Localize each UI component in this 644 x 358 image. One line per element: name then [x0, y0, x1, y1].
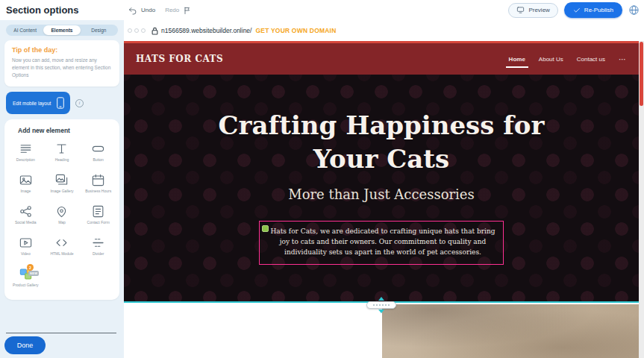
button-icon [91, 141, 106, 156]
divider-icon [91, 235, 106, 250]
mobile-layout-row: Edit mobile layout i [6, 92, 124, 114]
section-resize-handle[interactable] [366, 297, 397, 316]
add-element-map[interactable]: Map [44, 204, 81, 228]
social-media-icon [18, 204, 33, 219]
nav-more-icon[interactable]: ⋯ [619, 55, 627, 63]
website-canvas: HATS FOR CATS Home About Us Contact us ⋯… [124, 41, 639, 358]
undo-icon[interactable] [128, 6, 137, 15]
check-icon [573, 7, 581, 14]
scrollbar-thumb[interactable] [640, 42, 643, 106]
map-pin-icon [54, 204, 69, 219]
window-dots-icon [128, 28, 146, 33]
element-marker-icon [262, 225, 269, 232]
contact-form-icon [91, 204, 106, 219]
edit-mobile-layout-button[interactable]: Edit mobile layout [6, 92, 70, 114]
add-element-button[interactable]: Button [80, 141, 116, 166]
history-controls: Undo Redo [128, 0, 192, 20]
arrow-down-icon [378, 310, 384, 313]
top-toolbar: Section options Undo Redo Preview Re-Pub… [0, 0, 644, 20]
add-element-product-gallery[interactable]: 2 NEW Product Gallery [7, 266, 44, 291]
tab-ai-content[interactable]: AI Content [7, 25, 43, 35]
image-icon [18, 172, 33, 187]
redo-label[interactable]: Redo [165, 7, 179, 13]
tip-title: Tip of the day: [12, 46, 112, 54]
preview-button[interactable]: Preview [508, 3, 557, 18]
globe-icon[interactable] [628, 4, 640, 16]
carpet-photo [382, 304, 639, 358]
page-title: Section options [6, 4, 79, 16]
add-element-image[interactable]: Image [7, 172, 44, 197]
page-scrollbar[interactable] [639, 41, 644, 358]
add-element-video[interactable]: Video [7, 235, 44, 260]
browser-chrome: n1566589.websitebuilder.online/ GET YOUR… [124, 20, 644, 41]
add-element-divider[interactable]: Divider [80, 235, 116, 260]
add-element-business-hours[interactable]: Business Hours [80, 172, 116, 197]
add-element-image-gallery[interactable]: Image Gallery [44, 172, 81, 197]
site-nav: Home About Us Contact us ⋯ [509, 55, 627, 63]
element-grid: Description Heading Button Image Image G… [7, 141, 116, 291]
sidebar-tabs: AI Content Elements Design [6, 25, 118, 36]
add-element-heading[interactable]: Heading [44, 141, 81, 166]
arrow-up-icon [378, 297, 384, 301]
sidebar-divider [6, 333, 116, 333]
nav-contact-us[interactable]: Contact us [577, 56, 605, 63]
site-header: HATS FOR CATS Home About Us Contact us ⋯ [124, 43, 639, 75]
undo-label[interactable]: Undo [141, 7, 155, 13]
site-url: n1566589.websitebuilder.online/ [161, 27, 251, 34]
add-element-html-module[interactable]: HTML Module [44, 235, 81, 260]
phone-icon [57, 97, 64, 109]
info-icon[interactable]: i [75, 99, 84, 107]
done-button[interactable]: Done [4, 336, 46, 354]
hero-heading[interactable]: Crafting Happiness for Your Cats [124, 75, 639, 176]
image-gallery-icon [54, 172, 69, 187]
hero-section[interactable]: Crafting Happiness for Your Cats More th… [124, 75, 639, 303]
topbar-actions: Preview Re-Publish [508, 2, 640, 18]
business-hours-icon [91, 172, 106, 187]
tab-elements[interactable]: Elements [43, 25, 80, 35]
get-your-own-domain-link[interactable]: GET YOUR OWN DOMAIN [255, 27, 336, 34]
hero-paragraph-selected[interactable]: Hats for Cats, we are dedicated to craft… [259, 221, 504, 265]
nav-about-us[interactable]: About Us [539, 56, 563, 63]
add-element-panel: Add new element Description Heading Butt… [4, 119, 119, 300]
tip-of-the-day-card: Tip of the day: Now you can add, move an… [4, 40, 119, 87]
drag-grip[interactable] [366, 301, 396, 309]
description-icon [18, 141, 33, 156]
site-preview-area: n1566589.websitebuilder.online/ GET YOUR… [124, 20, 644, 358]
add-element-title: Add new element [18, 127, 116, 134]
flag-icon[interactable] [183, 6, 192, 15]
app-root: Section options Undo Redo Preview Re-Pub… [0, 0, 644, 358]
monitor-icon [516, 6, 525, 14]
tip-body: Now you can add, move and resize any ele… [12, 57, 112, 79]
sidebar: AI Content Elements Design Tip of the da… [0, 20, 124, 358]
republish-button[interactable]: Re-Publish [564, 2, 622, 18]
code-icon [54, 235, 69, 250]
add-element-contact-form[interactable]: Contact Form [80, 204, 116, 228]
nav-home[interactable]: Home [509, 56, 525, 63]
heading-icon [54, 141, 69, 156]
add-element-description[interactable]: Description [7, 141, 44, 166]
new-badge: NEW [28, 271, 39, 276]
hero-subheading[interactable]: More than Just Accessories [124, 186, 639, 202]
tab-design[interactable]: Design [81, 25, 117, 35]
video-icon [18, 235, 33, 250]
lock-icon [151, 27, 158, 35]
add-element-social-media[interactable]: Social Media [7, 204, 44, 228]
site-logo[interactable]: HATS FOR CATS [136, 54, 223, 64]
